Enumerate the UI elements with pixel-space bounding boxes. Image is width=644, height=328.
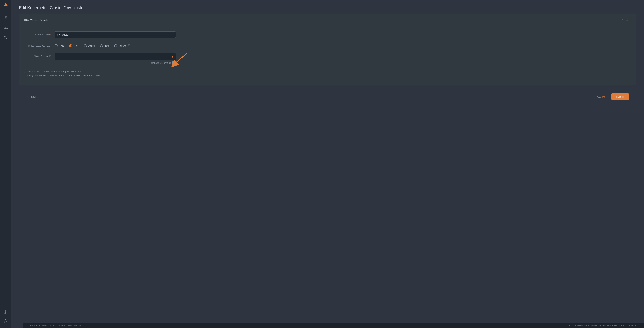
- non-px-cluster-link[interactable]: ⧉ Non PX Cluster: [82, 74, 100, 77]
- main-content: Edit Kubernetes Cluster "my-cluster" K8s…: [11, 0, 644, 328]
- radio-others-label: Others: [118, 44, 126, 47]
- logo[interactable]: [3, 2, 8, 8]
- others-help-icon[interactable]: ?: [128, 44, 130, 47]
- svg-point-3: [5, 320, 6, 321]
- k8s-cluster-details-section: K8s Cluster Details *required Cluster na…: [19, 14, 636, 85]
- page-title: Edit Kubernetes Cluster "my-cluster": [11, 0, 644, 14]
- svg-point-2: [5, 312, 6, 313]
- radio-eks-label: EKS: [59, 44, 64, 47]
- radio-azure[interactable]: Azure: [84, 44, 95, 47]
- settings-icon[interactable]: [2, 308, 10, 316]
- section-title: K8s Cluster Details: [24, 18, 48, 22]
- radio-gke-circle: [69, 44, 72, 47]
- info-message: ℹ Please ensure Stork 2.4+ is running on…: [24, 70, 631, 77]
- manage-credentials-label: Manage Credentials: [151, 62, 172, 64]
- svg-marker-0: [4, 3, 8, 6]
- cloud-account-row: Cloud Account* ▾ Manage Credentials ↗: [19, 51, 636, 67]
- instance-text: PX-BACKUP.PURESTORAGE-SHUSSAINIBAAS19-88…: [569, 324, 636, 327]
- radio-ibm[interactable]: IBM: [100, 44, 109, 47]
- radio-gke-label: GKE: [74, 44, 78, 47]
- px-cluster-link[interactable]: ⧉ PX Cluster: [67, 74, 80, 77]
- radio-ibm-label: IBM: [104, 44, 109, 47]
- radio-others-circle: [114, 44, 117, 47]
- back-arrow-icon: ←: [26, 95, 29, 98]
- cloud-account-dropdown[interactable]: ▾: [54, 53, 176, 60]
- form-container: K8s Cluster Details *required Cluster na…: [11, 14, 644, 323]
- radio-others[interactable]: Others ?: [114, 44, 130, 47]
- cancel-button[interactable]: Cancel: [595, 94, 608, 100]
- kubernetes-service-row: Kubernetes Service* EKS: [19, 41, 636, 50]
- radio-azure-label: Azure: [88, 44, 95, 47]
- kubernetes-service-control: EKS GKE Azure: [54, 43, 176, 47]
- copy-icon-px: ⧉: [67, 74, 68, 77]
- status-bar: For support issues, contact : pxbaas@pur…: [23, 323, 644, 328]
- kubernetes-service-label: Kubernetes Service*: [24, 43, 54, 48]
- cluster-name-control: [54, 31, 176, 38]
- radio-eks-circle: [54, 44, 58, 47]
- radio-eks[interactable]: EKS: [54, 44, 64, 47]
- cloud-account-control: ▾ Manage Credentials ↗: [54, 53, 176, 65]
- dropdown-arrow-icon: ▾: [172, 55, 173, 58]
- info-text: Please ensure Stork 2.4+ is running on t…: [28, 70, 100, 73]
- back-button[interactable]: ← Back: [26, 95, 36, 98]
- copy-command-label: Copy command to install stork for:: [28, 74, 65, 77]
- external-link-icon: ↗: [172, 61, 176, 65]
- dashboard-icon[interactable]: ⊞: [2, 14, 10, 21]
- radio-group: EKS GKE Azure: [54, 43, 176, 47]
- section-divider: [24, 81, 631, 81]
- backup-icon[interactable]: [2, 33, 10, 41]
- copy-icon-non-px: ⧉: [82, 74, 84, 77]
- submit-button[interactable]: Submit: [612, 93, 629, 100]
- px-cluster-label: PX Cluster: [69, 74, 80, 77]
- cluster-name-input[interactable]: [54, 31, 176, 38]
- cloud-account-label: Cloud Account*: [24, 53, 54, 57]
- radio-gke[interactable]: GKE: [69, 44, 78, 47]
- user-icon[interactable]: [2, 317, 10, 325]
- info-icon: ℹ: [24, 70, 26, 74]
- radio-gke-dot: [70, 45, 72, 46]
- radio-ibm-circle: [100, 44, 103, 47]
- bottom-actions: ← Back Cancel Submit: [19, 89, 636, 104]
- cluster-name-row: Cluster name*: [19, 29, 636, 40]
- info-box: ℹ Please ensure Stork 2.4+ is running on…: [19, 70, 636, 77]
- non-px-cluster-label: Non PX Cluster: [84, 74, 100, 77]
- cloud-upload-icon[interactable]: [2, 24, 10, 31]
- sidebar: ⊞: [0, 0, 11, 328]
- required-note: *required: [622, 19, 631, 21]
- back-label: Back: [30, 95, 36, 98]
- section-header: K8s Cluster Details *required: [19, 18, 636, 25]
- cluster-name-label: Cluster name*: [24, 31, 54, 36]
- radio-azure-circle: [84, 44, 87, 47]
- manage-credentials-link[interactable]: Manage Credentials ↗: [54, 61, 176, 65]
- right-buttons: Cancel Submit: [595, 93, 629, 100]
- copy-row: Copy command to install stork for: ⧉ PX …: [28, 74, 100, 77]
- support-text: For support issues, contact : pxbaas@pur…: [30, 324, 82, 327]
